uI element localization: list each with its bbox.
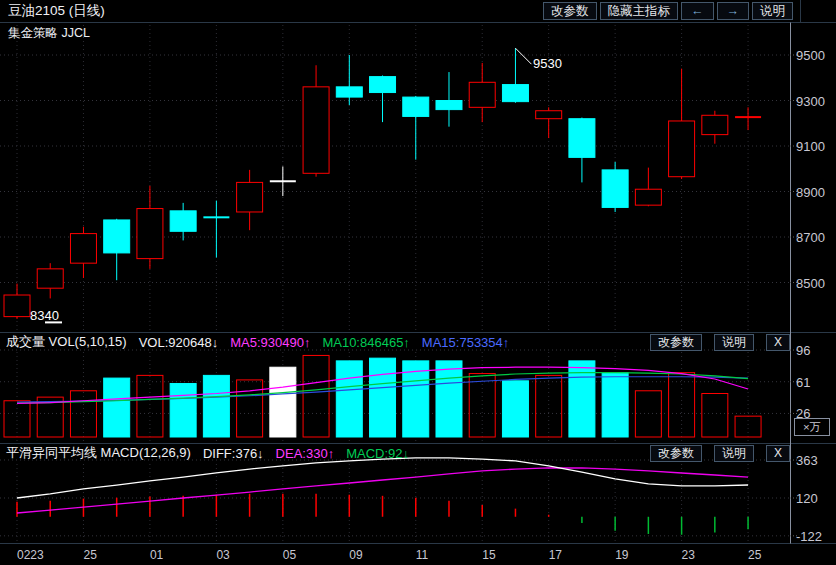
title-bar: 豆油2105 (日线) 改参数 隐藏主指标 ← → 说明 — [0, 0, 836, 22]
date-axis-label: 01 — [150, 548, 163, 562]
volume-help-button[interactable]: 说明 — [714, 334, 754, 351]
date-axis-label: 25 — [83, 548, 96, 562]
price-axis-label: 8900 — [796, 184, 825, 199]
volume-bar — [436, 361, 462, 437]
macd-axis-label: -122 — [796, 528, 822, 543]
volume-bar — [702, 394, 728, 438]
volume-bar — [4, 401, 30, 437]
volume-ma10-value: MA10:846465↑ — [322, 335, 409, 350]
date-axis-label: 0223 — [17, 548, 44, 562]
candle-body — [602, 170, 628, 208]
date-axis-label: 15 — [482, 548, 495, 562]
date-axis-label: 17 — [549, 548, 562, 562]
candle-body — [4, 295, 30, 317]
macd-diff-line — [17, 458, 748, 498]
volume-ma15-value: MA15:753354↑ — [422, 335, 509, 350]
scroll-left-button[interactable]: ← — [681, 2, 714, 20]
candle-body — [569, 119, 595, 158]
candle-body — [37, 269, 63, 288]
volume-bar — [237, 380, 263, 437]
price-axis-label: 9300 — [796, 93, 825, 108]
candle-body — [237, 182, 263, 212]
price-axis-label: 8700 — [796, 230, 825, 245]
candle-body — [403, 97, 429, 116]
titlebar-separator — [800, 0, 801, 22]
date-axis-label: 03 — [216, 548, 229, 562]
low-price-annotation: 8340 — [30, 308, 59, 323]
volume-bar — [336, 361, 362, 437]
title-bar-buttons: 改参数 隐藏主指标 ← → 说明 — [543, 2, 793, 20]
scroll-right-button[interactable]: → — [717, 2, 750, 20]
volume-axis-label: 96 — [796, 343, 810, 358]
chart-title: 豆油2105 (日线) — [0, 2, 105, 20]
help-button[interactable]: 说明 — [752, 2, 793, 20]
price-axis-label: 9500 — [796, 48, 825, 63]
volume-bar — [170, 384, 196, 437]
macd-close-button[interactable]: X — [766, 445, 790, 462]
volume-bar — [104, 378, 130, 437]
date-axis-label: 11 — [416, 548, 428, 562]
candle-body — [669, 121, 695, 177]
date-axis-label: 19 — [615, 548, 628, 562]
volume-bar — [370, 358, 396, 437]
candle-body — [104, 220, 130, 253]
macd-diff-value: DIFF:376↓ — [203, 446, 264, 461]
candle-body — [137, 209, 163, 259]
macd-axis-label: 120 — [796, 491, 818, 506]
volume-bar — [270, 367, 296, 437]
volume-indicator-name: 成交量 VOL(5,10,15) — [6, 333, 127, 351]
macd-dea-value: DEA:330↑ — [276, 446, 335, 461]
macd-change-params-button[interactable]: 改参数 — [650, 445, 702, 462]
macd-axis-label: 363 — [796, 453, 818, 468]
date-axis-label: 05 — [283, 548, 296, 562]
price-axis-label: 9100 — [796, 139, 825, 154]
date-axis-label: 23 — [682, 548, 695, 562]
volume-change-params-button[interactable]: 改参数 — [650, 334, 702, 351]
change-params-button[interactable]: 改参数 — [543, 2, 597, 20]
left-arrow-icon: ← — [691, 4, 704, 18]
volume-bar — [203, 375, 229, 437]
candle-body — [370, 77, 396, 93]
macd-help-button[interactable]: 说明 — [714, 445, 754, 462]
macd-value: MACD:92↓ — [346, 446, 409, 461]
high-annotation-line — [515, 48, 531, 64]
candle-body — [702, 115, 728, 134]
main-indicator-label: 集金策略 JJCL — [8, 25, 90, 42]
candle-body — [303, 87, 329, 173]
volume-bar — [469, 374, 495, 437]
app-root: 豆油2105 (日线) 改参数 隐藏主指标 ← → 说明 集金策略 JJCL 9… — [0, 0, 836, 565]
candle-body — [170, 211, 196, 231]
volume-bar — [303, 355, 329, 437]
candle-body — [436, 101, 462, 110]
macd-indicator-name: 平滑异同平均线 MACD(12,26,9) — [6, 444, 191, 462]
volume-unit-box: ×万 — [794, 418, 830, 436]
volume-axis-label: 61 — [796, 374, 810, 389]
volume-value: VOL:920648↓ — [139, 335, 219, 350]
candle-body — [469, 82, 495, 107]
candle-body — [536, 111, 562, 119]
hide-main-indicator-button[interactable]: 隐藏主指标 — [600, 2, 679, 20]
date-axis-label: 25 — [748, 548, 761, 562]
high-price-annotation: 9530 — [533, 56, 562, 71]
volume-close-button[interactable]: X — [766, 334, 790, 351]
date-axis-label: 09 — [349, 548, 362, 562]
volume-bar — [735, 416, 761, 437]
price-axis-label: 8500 — [796, 275, 825, 290]
volume-bar — [602, 373, 628, 437]
candle-body — [635, 189, 661, 205]
macd-pane-header: 平滑异同平均线 MACD(12,26,9) DIFF:376↓ DEA:330↑… — [0, 444, 790, 462]
right-arrow-icon: → — [727, 4, 740, 18]
volume-ma5-value: MA5:930490↑ — [230, 335, 310, 350]
candle-body — [70, 234, 96, 264]
volume-pane-header: 成交量 VOL(5,10,15) VOL:920648↓ MA5:930490↑… — [0, 333, 790, 351]
volume-bar — [502, 381, 528, 437]
candle-body — [502, 85, 528, 102]
candle-body — [336, 87, 362, 97]
chart-canvas[interactable] — [0, 0, 836, 565]
